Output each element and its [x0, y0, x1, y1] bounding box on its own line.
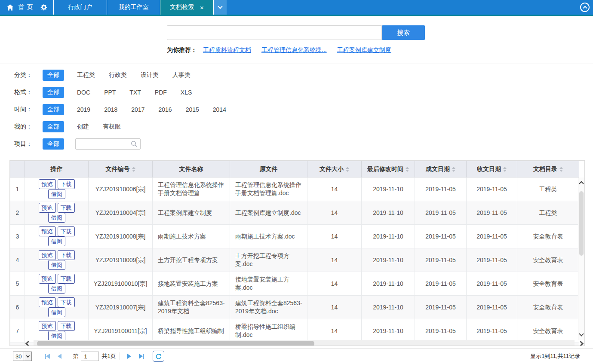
- vertical-scrollbar-thumb[interactable]: [579, 191, 584, 256]
- gear-icon[interactable]: [40, 4, 47, 11]
- download-button[interactable]: 下载: [58, 179, 75, 189]
- preview-button[interactable]: 预览: [39, 274, 56, 284]
- filter-option[interactable]: PPT: [103, 87, 117, 98]
- search-icon: [131, 141, 138, 147]
- filter-option[interactable]: 设计类: [140, 70, 160, 81]
- filter-option-selected[interactable]: 全部: [43, 87, 64, 98]
- sort-icon[interactable]: [406, 167, 409, 172]
- recommend-link[interactable]: 工程管理信息化系统操...: [261, 46, 327, 53]
- page-size-select[interactable]: 30: [13, 352, 32, 361]
- borrow-button[interactable]: 借阅: [48, 260, 65, 270]
- filter-option[interactable]: 2017: [130, 104, 145, 115]
- filter-option[interactable]: 有权限: [102, 121, 122, 132]
- recommend-link[interactable]: 工程质料流程文档: [203, 46, 251, 53]
- cell-file-size: 14: [307, 296, 362, 319]
- column-header[interactable]: 文件大小: [307, 161, 362, 177]
- refresh-button[interactable]: [153, 351, 164, 362]
- column-header[interactable]: 文档目录: [517, 161, 579, 177]
- filter-options: 全部工程类行政类设计类人事类: [35, 70, 191, 81]
- borrow-button[interactable]: 借阅: [48, 189, 65, 199]
- sort-icon[interactable]: [559, 167, 563, 172]
- cell-file-number: YZJ201910008[宗]: [89, 225, 153, 248]
- filter-option[interactable]: 2016: [157, 104, 172, 115]
- filter-option[interactable]: 创建: [76, 121, 90, 132]
- scroll-left-icon[interactable]: [25, 341, 31, 346]
- search-button[interactable]: 搜索: [382, 25, 425, 40]
- prev-page-button[interactable]: [58, 354, 61, 359]
- sort-icon[interactable]: [346, 167, 349, 172]
- filter-option[interactable]: DOC: [76, 87, 91, 98]
- filter-row-category: 分类：全部工程类行政类设计类人事类: [14, 67, 580, 84]
- page-size-dropdown-button[interactable]: [24, 352, 31, 361]
- nav-home-tab[interactable]: 首页: [0, 0, 54, 15]
- download-button[interactable]: 下载: [58, 297, 75, 307]
- download-button[interactable]: 下载: [58, 203, 75, 213]
- recommend-link[interactable]: 工程案例库建立制度: [337, 46, 391, 53]
- horizontal-scrollbar-thumb[interactable]: [37, 341, 314, 346]
- global-search-input[interactable]: [167, 25, 382, 40]
- borrow-button[interactable]: 借阅: [48, 331, 65, 341]
- nav-tab-admin-portal[interactable]: 行政门户: [54, 0, 107, 15]
- column-header[interactable]: 最后修改时间: [362, 161, 415, 177]
- column-header-label: 文件大小: [320, 165, 344, 172]
- nav-tab-my-workspace[interactable]: 我的工作室: [107, 0, 160, 15]
- nav-home-label: 首页: [18, 3, 36, 11]
- preview-button[interactable]: 预览: [39, 203, 56, 213]
- download-button[interactable]: 下载: [58, 321, 75, 331]
- cell-received-date: 2019-11-05: [467, 248, 517, 272]
- scroll-down-icon[interactable]: [579, 331, 584, 336]
- filter-option-selected[interactable]: 全部: [43, 121, 64, 132]
- last-page-button[interactable]: [139, 354, 144, 359]
- filter-option-selected[interactable]: 全部: [43, 70, 64, 81]
- filter-option[interactable]: 2014: [212, 104, 227, 115]
- preview-button[interactable]: 预览: [39, 297, 56, 307]
- filter-option[interactable]: 2018: [103, 104, 118, 115]
- preview-button[interactable]: 预览: [39, 179, 56, 189]
- column-header[interactable]: 文件编号: [89, 161, 153, 177]
- filter-option[interactable]: 行政类: [108, 70, 128, 81]
- column-header-label: 文件编号: [106, 165, 130, 172]
- sort-icon[interactable]: [503, 167, 507, 172]
- cell-original-file: 雨期施工技术方案.doc: [230, 225, 307, 248]
- cell-document-catalog: 安全教育表: [517, 296, 579, 319]
- preview-button[interactable]: 预览: [39, 321, 56, 331]
- scroll-up-icon[interactable]: [579, 181, 584, 186]
- horizontal-scrollbar[interactable]: [26, 340, 583, 346]
- cell-last-modified-date: 2019-11-10: [362, 248, 415, 272]
- first-page-button[interactable]: [45, 354, 50, 359]
- scroll-right-icon[interactable]: [578, 341, 584, 346]
- page-number-input[interactable]: [81, 352, 99, 361]
- filter-option-selected[interactable]: 全部: [43, 104, 64, 115]
- filter-option[interactable]: 工程类: [76, 70, 96, 81]
- preview-button[interactable]: 预览: [39, 250, 56, 260]
- column-header[interactable]: 收文日期: [467, 161, 517, 177]
- sort-icon[interactable]: [132, 167, 135, 172]
- filter-option[interactable]: 2015: [185, 104, 200, 115]
- filter-options: 全部201920182017201620152014: [35, 104, 227, 115]
- borrow-button[interactable]: 借阅: [48, 213, 65, 223]
- borrow-button[interactable]: 借阅: [48, 307, 65, 317]
- filter-option[interactable]: TXT: [129, 87, 141, 98]
- collapse-page-button[interactable]: [580, 3, 590, 12]
- horizontal-scrollbar-track[interactable]: [34, 340, 575, 346]
- borrow-button[interactable]: 借阅: [48, 236, 65, 246]
- filter-option[interactable]: 人事类: [172, 70, 191, 81]
- vertical-scrollbar[interactable]: [578, 177, 584, 340]
- nav-tab-doc-search[interactable]: 文档检索×: [160, 0, 214, 15]
- next-page-button[interactable]: [127, 354, 131, 359]
- download-button[interactable]: 下载: [58, 274, 75, 284]
- filter-panel: 分类：全部工程类行政类设计类人事类格式：全部DOCPPTTXTPDFXLS时间：…: [14, 67, 580, 153]
- download-button[interactable]: 下载: [58, 250, 75, 260]
- filter-option[interactable]: 2019: [76, 104, 91, 115]
- filter-option-selected[interactable]: 全部: [43, 138, 64, 150]
- filter-option[interactable]: XLS: [180, 87, 193, 98]
- download-button[interactable]: 下载: [58, 226, 75, 236]
- sort-icon[interactable]: [452, 167, 455, 172]
- borrow-button[interactable]: 借阅: [48, 284, 65, 294]
- tab-list-dropdown[interactable]: [214, 0, 227, 15]
- preview-button[interactable]: 预览: [39, 226, 56, 236]
- column-header[interactable]: 成文日期: [415, 161, 467, 177]
- close-icon[interactable]: ×: [200, 4, 204, 11]
- cell-received-date: 2019-11-05: [467, 201, 517, 225]
- filter-option[interactable]: PDF: [154, 87, 168, 98]
